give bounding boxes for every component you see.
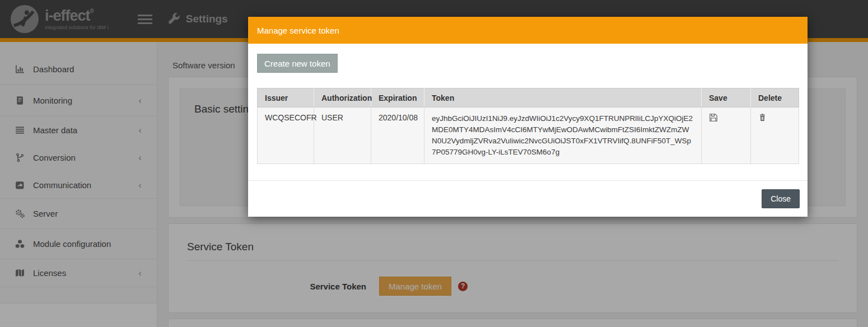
- trash-icon: [758, 113, 767, 122]
- save-token-button[interactable]: [709, 113, 718, 122]
- column-header-delete: Delete: [751, 88, 799, 108]
- authorization-cell: USER: [314, 108, 371, 164]
- column-header-authorization: Authorization: [314, 88, 371, 108]
- token-table: Issuer Authorization Expiration Token Sa…: [257, 88, 799, 164]
- token-table-header-row: Issuer Authorization Expiration Token Sa…: [258, 88, 799, 108]
- manage-service-token-modal: Manage service token Create new token Is…: [248, 17, 808, 217]
- column-header-issuer: Issuer: [258, 88, 314, 108]
- expiration-cell: 2020/10/08: [371, 108, 424, 164]
- floppy-disk-icon: [709, 113, 718, 122]
- close-button[interactable]: Close: [762, 189, 800, 208]
- modal-footer: Close: [248, 180, 808, 217]
- create-new-token-button[interactable]: Create new token: [257, 54, 338, 73]
- modal-body: Create new token Issuer Authorization Ex…: [248, 44, 808, 180]
- token-value: eyJhbGciOiJIUzI1NiJ9.eyJzdWIiOiJ1c2Vycy9…: [432, 113, 694, 158]
- issuer-cell: WCQSECOFR: [258, 108, 314, 164]
- modal-header: Manage service token: [248, 17, 808, 44]
- column-header-token: Token: [424, 88, 702, 108]
- column-header-save: Save: [702, 88, 751, 108]
- token-table-row: WCQSECOFR USER 2020/10/08 eyJhbGciOiJIUz…: [258, 108, 799, 164]
- modal-title: Manage service token: [257, 26, 339, 35]
- delete-token-button[interactable]: [758, 113, 767, 122]
- column-header-expiration: Expiration: [371, 88, 424, 108]
